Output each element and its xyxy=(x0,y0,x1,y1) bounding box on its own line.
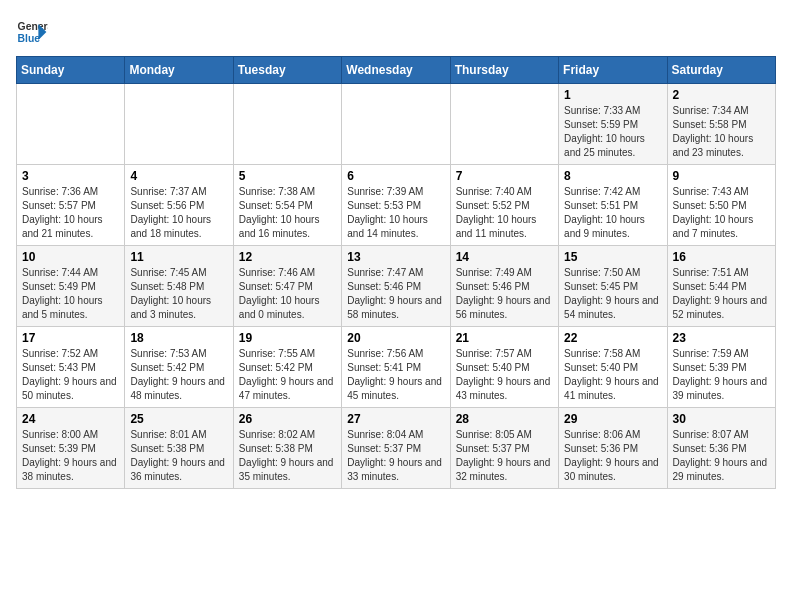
day-info: Sunrise: 7:45 AM Sunset: 5:48 PM Dayligh… xyxy=(130,266,227,322)
day-number: 17 xyxy=(22,331,119,345)
day-number: 13 xyxy=(347,250,444,264)
logo: General Blue xyxy=(16,16,48,48)
weekday-header-cell: Thursday xyxy=(450,57,558,84)
day-number: 2 xyxy=(673,88,770,102)
calendar-day-cell xyxy=(233,84,341,165)
day-info: Sunrise: 7:56 AM Sunset: 5:41 PM Dayligh… xyxy=(347,347,444,403)
day-info: Sunrise: 7:42 AM Sunset: 5:51 PM Dayligh… xyxy=(564,185,661,241)
calendar-day-cell: 6Sunrise: 7:39 AM Sunset: 5:53 PM Daylig… xyxy=(342,165,450,246)
day-number: 22 xyxy=(564,331,661,345)
day-info: Sunrise: 7:39 AM Sunset: 5:53 PM Dayligh… xyxy=(347,185,444,241)
day-info: Sunrise: 7:53 AM Sunset: 5:42 PM Dayligh… xyxy=(130,347,227,403)
weekday-header-cell: Sunday xyxy=(17,57,125,84)
day-number: 23 xyxy=(673,331,770,345)
day-info: Sunrise: 7:34 AM Sunset: 5:58 PM Dayligh… xyxy=(673,104,770,160)
day-info: Sunrise: 7:52 AM Sunset: 5:43 PM Dayligh… xyxy=(22,347,119,403)
weekday-header-row: SundayMondayTuesdayWednesdayThursdayFrid… xyxy=(17,57,776,84)
calendar-week-row: 1Sunrise: 7:33 AM Sunset: 5:59 PM Daylig… xyxy=(17,84,776,165)
day-info: Sunrise: 7:47 AM Sunset: 5:46 PM Dayligh… xyxy=(347,266,444,322)
day-info: Sunrise: 7:51 AM Sunset: 5:44 PM Dayligh… xyxy=(673,266,770,322)
day-number: 5 xyxy=(239,169,336,183)
calendar-table: SundayMondayTuesdayWednesdayThursdayFrid… xyxy=(16,56,776,489)
calendar-day-cell xyxy=(342,84,450,165)
calendar-day-cell: 1Sunrise: 7:33 AM Sunset: 5:59 PM Daylig… xyxy=(559,84,667,165)
calendar-day-cell: 8Sunrise: 7:42 AM Sunset: 5:51 PM Daylig… xyxy=(559,165,667,246)
calendar-week-row: 10Sunrise: 7:44 AM Sunset: 5:49 PM Dayli… xyxy=(17,246,776,327)
day-info: Sunrise: 8:00 AM Sunset: 5:39 PM Dayligh… xyxy=(22,428,119,484)
day-number: 4 xyxy=(130,169,227,183)
day-number: 26 xyxy=(239,412,336,426)
calendar-week-row: 24Sunrise: 8:00 AM Sunset: 5:39 PM Dayli… xyxy=(17,408,776,489)
calendar-day-cell xyxy=(450,84,558,165)
calendar-day-cell: 20Sunrise: 7:56 AM Sunset: 5:41 PM Dayli… xyxy=(342,327,450,408)
calendar-day-cell: 10Sunrise: 7:44 AM Sunset: 5:49 PM Dayli… xyxy=(17,246,125,327)
calendar-day-cell: 15Sunrise: 7:50 AM Sunset: 5:45 PM Dayli… xyxy=(559,246,667,327)
day-number: 9 xyxy=(673,169,770,183)
weekday-header-cell: Friday xyxy=(559,57,667,84)
day-number: 3 xyxy=(22,169,119,183)
day-number: 12 xyxy=(239,250,336,264)
calendar-day-cell: 4Sunrise: 7:37 AM Sunset: 5:56 PM Daylig… xyxy=(125,165,233,246)
calendar-day-cell: 12Sunrise: 7:46 AM Sunset: 5:47 PM Dayli… xyxy=(233,246,341,327)
day-info: Sunrise: 7:36 AM Sunset: 5:57 PM Dayligh… xyxy=(22,185,119,241)
day-info: Sunrise: 7:46 AM Sunset: 5:47 PM Dayligh… xyxy=(239,266,336,322)
day-number: 27 xyxy=(347,412,444,426)
day-info: Sunrise: 7:38 AM Sunset: 5:54 PM Dayligh… xyxy=(239,185,336,241)
calendar-day-cell: 9Sunrise: 7:43 AM Sunset: 5:50 PM Daylig… xyxy=(667,165,775,246)
calendar-week-row: 3Sunrise: 7:36 AM Sunset: 5:57 PM Daylig… xyxy=(17,165,776,246)
calendar-body: 1Sunrise: 7:33 AM Sunset: 5:59 PM Daylig… xyxy=(17,84,776,489)
day-info: Sunrise: 7:58 AM Sunset: 5:40 PM Dayligh… xyxy=(564,347,661,403)
weekday-header-cell: Monday xyxy=(125,57,233,84)
calendar-day-cell: 7Sunrise: 7:40 AM Sunset: 5:52 PM Daylig… xyxy=(450,165,558,246)
calendar-day-cell: 18Sunrise: 7:53 AM Sunset: 5:42 PM Dayli… xyxy=(125,327,233,408)
day-number: 21 xyxy=(456,331,553,345)
day-info: Sunrise: 7:44 AM Sunset: 5:49 PM Dayligh… xyxy=(22,266,119,322)
svg-text:Blue: Blue xyxy=(18,33,41,44)
calendar-day-cell: 21Sunrise: 7:57 AM Sunset: 5:40 PM Dayli… xyxy=(450,327,558,408)
page-header: General Blue xyxy=(16,16,776,48)
day-info: Sunrise: 7:40 AM Sunset: 5:52 PM Dayligh… xyxy=(456,185,553,241)
calendar-day-cell: 13Sunrise: 7:47 AM Sunset: 5:46 PM Dayli… xyxy=(342,246,450,327)
day-info: Sunrise: 8:01 AM Sunset: 5:38 PM Dayligh… xyxy=(130,428,227,484)
day-number: 28 xyxy=(456,412,553,426)
day-info: Sunrise: 8:02 AM Sunset: 5:38 PM Dayligh… xyxy=(239,428,336,484)
day-number: 29 xyxy=(564,412,661,426)
day-info: Sunrise: 7:59 AM Sunset: 5:39 PM Dayligh… xyxy=(673,347,770,403)
day-info: Sunrise: 8:07 AM Sunset: 5:36 PM Dayligh… xyxy=(673,428,770,484)
day-number: 15 xyxy=(564,250,661,264)
day-info: Sunrise: 8:06 AM Sunset: 5:36 PM Dayligh… xyxy=(564,428,661,484)
weekday-header-cell: Tuesday xyxy=(233,57,341,84)
day-number: 14 xyxy=(456,250,553,264)
day-info: Sunrise: 7:43 AM Sunset: 5:50 PM Dayligh… xyxy=(673,185,770,241)
day-number: 24 xyxy=(22,412,119,426)
day-info: Sunrise: 7:55 AM Sunset: 5:42 PM Dayligh… xyxy=(239,347,336,403)
day-info: Sunrise: 7:57 AM Sunset: 5:40 PM Dayligh… xyxy=(456,347,553,403)
calendar-day-cell: 27Sunrise: 8:04 AM Sunset: 5:37 PM Dayli… xyxy=(342,408,450,489)
calendar-day-cell: 17Sunrise: 7:52 AM Sunset: 5:43 PM Dayli… xyxy=(17,327,125,408)
day-info: Sunrise: 8:05 AM Sunset: 5:37 PM Dayligh… xyxy=(456,428,553,484)
calendar-day-cell: 14Sunrise: 7:49 AM Sunset: 5:46 PM Dayli… xyxy=(450,246,558,327)
day-info: Sunrise: 7:37 AM Sunset: 5:56 PM Dayligh… xyxy=(130,185,227,241)
calendar-week-row: 17Sunrise: 7:52 AM Sunset: 5:43 PM Dayli… xyxy=(17,327,776,408)
calendar-day-cell: 28Sunrise: 8:05 AM Sunset: 5:37 PM Dayli… xyxy=(450,408,558,489)
calendar-day-cell: 5Sunrise: 7:38 AM Sunset: 5:54 PM Daylig… xyxy=(233,165,341,246)
day-number: 11 xyxy=(130,250,227,264)
calendar-day-cell: 23Sunrise: 7:59 AM Sunset: 5:39 PM Dayli… xyxy=(667,327,775,408)
calendar-day-cell: 2Sunrise: 7:34 AM Sunset: 5:58 PM Daylig… xyxy=(667,84,775,165)
weekday-header-cell: Wednesday xyxy=(342,57,450,84)
calendar-day-cell: 26Sunrise: 8:02 AM Sunset: 5:38 PM Dayli… xyxy=(233,408,341,489)
calendar-day-cell xyxy=(125,84,233,165)
day-number: 8 xyxy=(564,169,661,183)
calendar-day-cell: 19Sunrise: 7:55 AM Sunset: 5:42 PM Dayli… xyxy=(233,327,341,408)
day-info: Sunrise: 7:50 AM Sunset: 5:45 PM Dayligh… xyxy=(564,266,661,322)
day-number: 10 xyxy=(22,250,119,264)
calendar-day-cell: 30Sunrise: 8:07 AM Sunset: 5:36 PM Dayli… xyxy=(667,408,775,489)
calendar-day-cell: 11Sunrise: 7:45 AM Sunset: 5:48 PM Dayli… xyxy=(125,246,233,327)
day-number: 25 xyxy=(130,412,227,426)
day-info: Sunrise: 7:33 AM Sunset: 5:59 PM Dayligh… xyxy=(564,104,661,160)
day-number: 7 xyxy=(456,169,553,183)
day-number: 16 xyxy=(673,250,770,264)
calendar-day-cell: 16Sunrise: 7:51 AM Sunset: 5:44 PM Dayli… xyxy=(667,246,775,327)
calendar-day-cell: 24Sunrise: 8:00 AM Sunset: 5:39 PM Dayli… xyxy=(17,408,125,489)
calendar-day-cell xyxy=(17,84,125,165)
